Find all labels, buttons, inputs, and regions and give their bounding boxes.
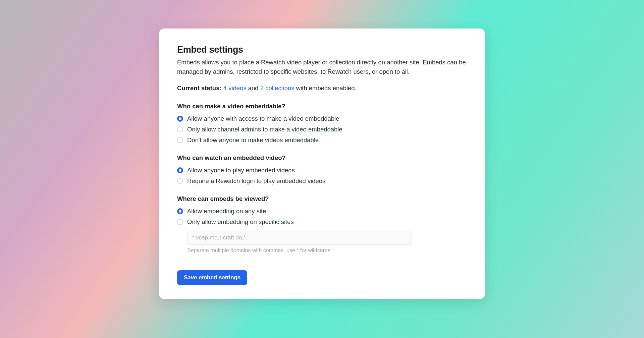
radio-option-specific-sites[interactable]: Only allow embedding on specific sites <box>177 217 467 227</box>
radio-icon <box>177 137 183 143</box>
radio-icon <box>177 219 183 225</box>
radio-option-no-one[interactable]: Don't allow anyone to make videos embedd… <box>177 135 467 146</box>
section-where-viewed: Where can embeds be viewed? Allow embedd… <box>177 195 467 253</box>
section-title-who-embeddable: Who can make a video embeddable? <box>177 103 467 110</box>
domain-input-wrapper: Separate multiple domains with commas, u… <box>187 231 467 253</box>
section-title-where-viewed: Where can embeds be viewed? <box>177 195 467 203</box>
radio-icon <box>177 178 183 184</box>
radio-icon <box>177 167 183 173</box>
section-who-embeddable: Who can make a video embeddable? Allow a… <box>177 103 467 146</box>
videos-link[interactable]: 4 videos <box>223 84 247 92</box>
radio-label: Allow anyone with access to make a video… <box>187 115 339 122</box>
page-description: Embeds allows you to place a Rewatch vid… <box>177 58 467 76</box>
radio-label: Only allow channel admins to make a vide… <box>187 126 342 133</box>
page-title: Embed settings <box>177 45 467 55</box>
embed-settings-card: Embed settings Embeds allows you to plac… <box>159 29 485 299</box>
status-line: Current status: 4 videos and 2 collectio… <box>177 84 467 92</box>
radio-icon <box>177 126 183 132</box>
radio-option-any-site[interactable]: Allow embedding on any site <box>177 206 467 217</box>
status-and: and <box>248 84 260 92</box>
domain-hint: Separate multiple domains with commas, u… <box>187 247 467 253</box>
radio-label: Allow embedding on any site <box>187 208 266 215</box>
section-title-who-watch: Who can watch an embedded video? <box>177 154 467 162</box>
radio-option-anyone-access[interactable]: Allow anyone with access to make a video… <box>177 113 467 124</box>
status-label: Current status: <box>177 84 222 92</box>
radio-option-require-login[interactable]: Require a Rewatch login to play embedded… <box>177 176 467 186</box>
domain-input[interactable] <box>187 231 412 245</box>
radio-icon <box>177 208 183 214</box>
save-button[interactable]: Save embed settings <box>177 270 247 285</box>
radio-option-anyone-play[interactable]: Allow anyone to play embedded videos <box>177 165 467 176</box>
radio-icon <box>177 116 183 122</box>
radio-label: Require a Rewatch login to play embedded… <box>187 177 325 185</box>
collections-link[interactable]: 2 collections <box>260 84 294 92</box>
radio-option-admins-only[interactable]: Only allow channel admins to make a vide… <box>177 124 467 135</box>
section-who-watch: Who can watch an embedded video? Allow a… <box>177 154 467 186</box>
radio-label: Only allow embedding on specific sites <box>187 218 294 226</box>
radio-label: Don't allow anyone to make videos embedd… <box>187 136 319 144</box>
radio-label: Allow anyone to play embedded videos <box>187 167 295 174</box>
status-suffix: with embeds enabled. <box>296 84 357 92</box>
